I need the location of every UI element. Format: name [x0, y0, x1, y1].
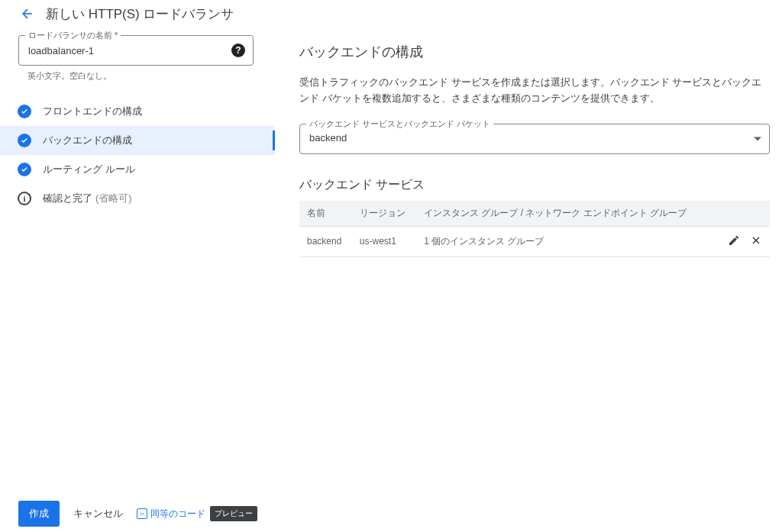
nav-item-label: ルーティング ルール [43, 163, 135, 176]
th-region: リージョン [352, 201, 416, 227]
lb-name-hint: 英小文字。空白なし。 [0, 67, 275, 82]
close-icon [750, 234, 762, 247]
cell-groups: 1 個のインスタンス グループ [416, 226, 709, 256]
delete-button[interactable] [750, 234, 762, 247]
preview-chip: プレビュー [210, 506, 257, 521]
check-icon [17, 104, 32, 119]
help-icon[interactable]: ? [231, 44, 245, 57]
nav-frontend[interactable]: フロントエンドの構成 [0, 97, 275, 126]
table-row: backend us-west1 1 個のインスタンス グループ [299, 226, 770, 256]
backend-services-table: 名前 リージョン インスタンス グループ / ネットワーク エンドポイント グル… [299, 201, 770, 257]
nav-item-label: フロントエンドの構成 [43, 105, 142, 118]
panel-title: バックエンドの構成 [299, 43, 770, 61]
arrow-left-icon [20, 6, 35, 21]
nav-optional-suffix: (省略可) [95, 192, 132, 205]
info-icon: i [17, 191, 32, 206]
pencil-icon [728, 234, 740, 247]
edit-button[interactable] [728, 234, 740, 247]
back-button[interactable] [18, 5, 37, 23]
nav-routing[interactable]: ルーティング ルール [0, 155, 275, 184]
cell-name: backend [299, 226, 352, 256]
lb-name-field[interactable]: ロードバランサの名前 * ? [18, 35, 254, 66]
nav-review[interactable]: i 確認と完了 (省略可) [0, 184, 275, 213]
backend-select-label: バックエンド サービスとバックエンド バケット [306, 118, 493, 130]
check-icon [17, 162, 32, 177]
th-actions [709, 201, 770, 227]
config-nav: フロントエンドの構成 バックエンドの構成 ルーティング ルール i 確認と完了 … [0, 97, 275, 213]
code-icon: ‹› [137, 508, 147, 519]
nav-item-label: バックエンドの構成 [43, 134, 132, 147]
check-icon [17, 133, 32, 148]
nav-item-label: 確認と完了 [43, 192, 92, 205]
cell-region: us-west1 [352, 226, 416, 256]
th-groups: インスタンス グループ / ネットワーク エンドポイント グループ [416, 201, 709, 227]
cancel-button[interactable]: キャンセル [73, 507, 123, 521]
panel-description: 受信トラフィックのバックエンド サービスを作成または選択します。バックエンド サ… [299, 75, 770, 107]
equivalent-code-link[interactable]: ‹› 同等のコード プレビュー [137, 506, 257, 521]
lb-name-label: ロードバランサの名前 * [25, 30, 121, 41]
equivalent-code-label: 同等のコード [150, 508, 205, 521]
nav-backend[interactable]: バックエンドの構成 [0, 126, 275, 155]
backend-services-heading: バックエンド サービス [299, 177, 770, 193]
backend-select[interactable]: バックエンド サービスとバックエンド バケット backend [299, 124, 770, 154]
create-button[interactable]: 作成 [18, 501, 60, 527]
page-title: 新しい HTTP(S) ロードバランサ [46, 5, 234, 23]
th-name: 名前 [299, 201, 352, 227]
chevron-down-icon [754, 137, 761, 140]
